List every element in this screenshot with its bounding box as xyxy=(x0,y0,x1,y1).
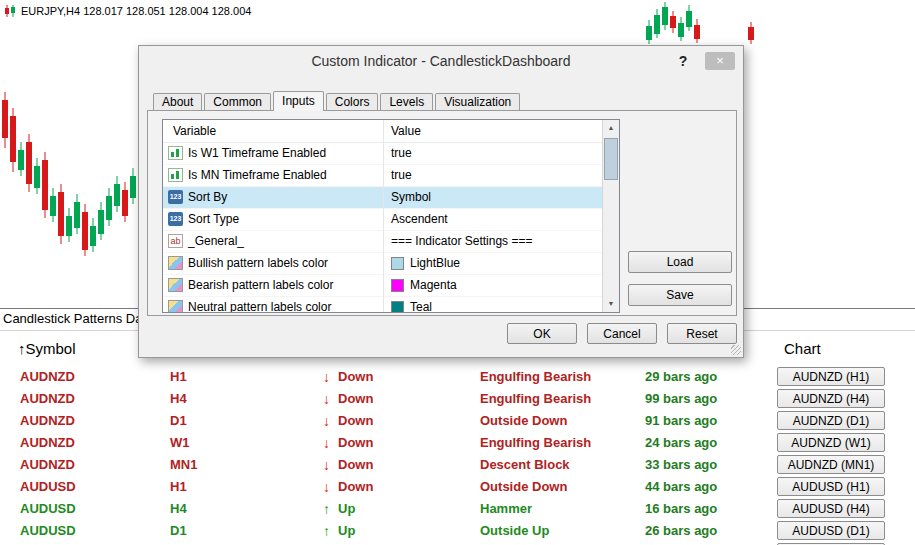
direction-cell: Up xyxy=(338,498,355,520)
bars-ago-cell: 91 bars ago xyxy=(645,410,717,432)
symbol-cell: AUDUSD xyxy=(20,476,76,498)
symbol-cell: AUDNZD xyxy=(20,388,75,410)
tab-about[interactable]: About xyxy=(153,93,202,110)
direction-cell: Down xyxy=(338,476,373,498)
param-row[interactable]: _General_ === Indicator Settings === xyxy=(163,231,619,253)
chart-button[interactable]: AUDUSD (H4) xyxy=(777,499,885,518)
param-row[interactable]: Bullish pattern labels color LightBlue xyxy=(163,253,619,275)
symbol-sort-header[interactable]: ↑Symbol xyxy=(18,340,76,357)
param-value[interactable]: true xyxy=(391,143,412,164)
tab-visualization[interactable]: Visualization xyxy=(435,93,520,110)
symbol-cell: AUDNZD xyxy=(20,410,75,432)
color-swatch xyxy=(391,279,404,292)
text-icon xyxy=(168,234,183,248)
reset-button[interactable]: Reset xyxy=(667,323,737,344)
chart-button[interactable]: AUDNZD (D1) xyxy=(777,411,885,430)
variable-column-header: Variable xyxy=(173,120,216,142)
close-icon[interactable]: × xyxy=(705,52,735,70)
color-name: LightBlue xyxy=(410,253,460,274)
down-arrow-icon: ↓ xyxy=(323,388,330,410)
table-row: AUDNZD MN1 ↓ Down Descent Block 33 bars … xyxy=(0,454,915,476)
scroll-up-icon[interactable]: ▲ xyxy=(603,120,619,136)
timeframe-cell: MN1 xyxy=(170,454,197,476)
number-icon xyxy=(168,212,183,226)
timeframe-cell: H4 xyxy=(170,388,187,410)
parameters-table: Variable Value Is W1 Timeframe Enabled t… xyxy=(162,119,620,313)
param-value[interactable]: === Indicator Settings === xyxy=(391,231,532,252)
pattern-cell: Outside Down xyxy=(480,476,567,498)
timeframe-cell: H1 xyxy=(170,476,187,498)
color-swatch xyxy=(391,301,404,313)
dashboard-table: AUDNZD H1 ↓ Down Engulfing Bearish 29 ba… xyxy=(0,366,915,545)
chart-button[interactable]: AUDNZD (MN1) xyxy=(777,455,885,474)
bars-ago-cell: 33 bars ago xyxy=(645,454,717,476)
symbol-cell: AUDUSD xyxy=(20,520,76,542)
candlestick-icon xyxy=(4,5,16,17)
save-button[interactable]: Save xyxy=(628,284,732,306)
chart-button[interactable]: AUDUSD (H1) xyxy=(777,477,885,496)
down-arrow-icon: ↓ xyxy=(323,366,330,388)
direction-cell: Down xyxy=(338,366,373,388)
tab-inputs[interactable]: Inputs xyxy=(273,91,324,111)
bars-ago-cell: 29 bars ago xyxy=(645,366,717,388)
inputs-tab-page: Variable Value Is W1 Timeframe Enabled t… xyxy=(147,110,737,316)
param-name: Bullish pattern labels color xyxy=(188,253,328,274)
chart-column-header: Chart xyxy=(784,340,821,357)
param-value[interactable]: Ascendent xyxy=(391,209,448,230)
color-name: Magenta xyxy=(410,275,457,296)
param-value[interactable]: true xyxy=(391,165,412,186)
param-value[interactable]: Symbol xyxy=(391,187,431,208)
timeframe-cell: D1 xyxy=(170,410,187,432)
up-arrow-icon: ↑ xyxy=(323,520,330,542)
chart-button[interactable]: AUDNZD (H4) xyxy=(777,389,885,408)
bars-ago-cell: 16 bars ago xyxy=(645,498,717,520)
cancel-button[interactable]: Cancel xyxy=(587,323,657,344)
scrollbar[interactable]: ▲ ▼ xyxy=(602,120,619,312)
timeframe-cell: D1 xyxy=(170,520,187,542)
param-row[interactable]: Neutral pattern labels color Teal xyxy=(163,297,619,313)
help-button[interactable]: ? xyxy=(673,46,693,76)
param-value[interactable]: Magenta xyxy=(391,275,457,296)
param-name: Sort Type xyxy=(188,209,239,230)
symbol-cell: AUDUSD xyxy=(20,498,76,520)
param-row[interactable]: Is W1 Timeframe Enabled true xyxy=(163,143,619,165)
timeframe-cell: W1 xyxy=(170,432,190,454)
color-name: Teal xyxy=(410,297,432,313)
color-icon xyxy=(168,256,183,270)
table-row: AUDNZD D1 ↓ Down Outside Down 91 bars ag… xyxy=(0,410,915,432)
chart-button[interactable]: AUDNZD (H1) xyxy=(777,367,885,386)
resize-grip[interactable] xyxy=(731,345,741,355)
param-name: _General_ xyxy=(188,231,244,252)
param-row-selected[interactable]: Sort By Symbol xyxy=(163,187,619,209)
ohlc-text: EURJPY,H4 128.017 128.051 128.004 128.00… xyxy=(21,5,251,17)
table-row: AUDUSD H1 ↓ Down Outside Down 44 bars ag… xyxy=(0,476,915,498)
color-swatch xyxy=(391,257,404,270)
down-arrow-icon: ↓ xyxy=(323,410,330,432)
timeframe-icon xyxy=(168,168,183,182)
param-value[interactable]: LightBlue xyxy=(391,253,460,274)
load-button[interactable]: Load xyxy=(628,251,732,273)
tab-common[interactable]: Common xyxy=(204,93,271,110)
symbol-cell: AUDNZD xyxy=(20,432,75,454)
param-value[interactable]: Teal xyxy=(391,297,432,313)
up-arrow-icon: ↑ xyxy=(323,498,330,520)
param-name: Neutral pattern labels color xyxy=(188,297,331,313)
table-row: AUDUSD D1 ↑ Up Outside Up 26 bars ago AU… xyxy=(0,520,915,542)
param-row[interactable]: Is MN Timeframe Enabled true xyxy=(163,165,619,187)
param-row[interactable]: Sort Type Ascendent xyxy=(163,209,619,231)
scrollbar-thumb[interactable] xyxy=(604,138,618,180)
timeframe-cell: H4 xyxy=(170,498,187,520)
pattern-cell: Engulfing Bearish xyxy=(480,366,591,388)
chart-button[interactable]: AUDUSD (D1) xyxy=(777,521,885,540)
scroll-down-icon[interactable]: ▼ xyxy=(603,296,619,312)
param-row[interactable]: Bearish pattern labels color Magenta xyxy=(163,275,619,297)
down-arrow-icon: ↓ xyxy=(323,476,330,498)
chart-ohlc-line: EURJPY,H4 128.017 128.051 128.004 128.00… xyxy=(4,5,251,17)
chart-button[interactable]: AUDNZD (W1) xyxy=(777,433,885,452)
tab-colors[interactable]: Colors xyxy=(326,93,379,110)
dialog-titlebar[interactable]: Custom Indicator - CandlestickDashboard … xyxy=(139,46,743,76)
ok-button[interactable]: OK xyxy=(507,323,577,344)
tab-levels[interactable]: Levels xyxy=(380,93,433,110)
direction-cell: Down xyxy=(338,454,373,476)
color-icon xyxy=(168,278,183,292)
